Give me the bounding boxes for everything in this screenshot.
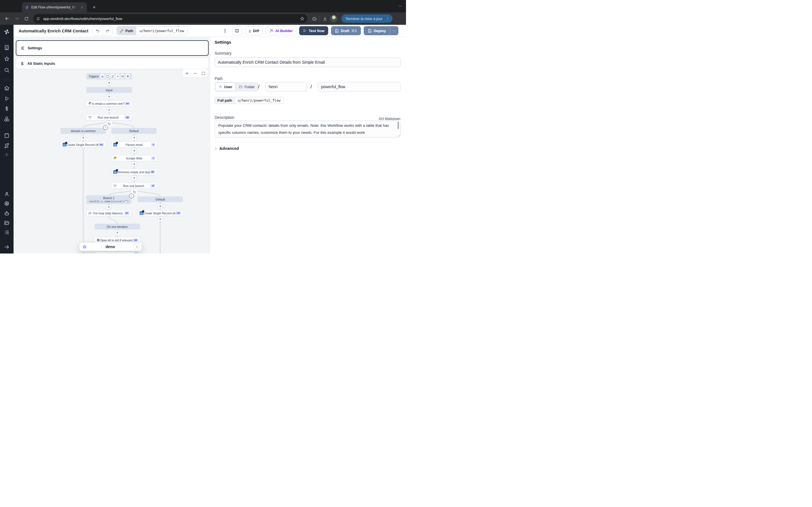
browser-tab[interactable]: Edit Flow u/henri/powerful_flo	[22, 2, 87, 12]
settings-pane: Settings Summary Path User Folder / / Fu…	[210, 37, 406, 253]
new-tab-button[interactable]: +	[91, 4, 98, 11]
sidebar-expand-icon[interactable]	[4, 244, 10, 250]
diff-button[interactable]: ±Diff	[245, 26, 263, 35]
owner-user-tab[interactable]: User	[215, 82, 236, 91]
sidebar-item-home[interactable]	[4, 86, 10, 91]
schedule-trigger-icon[interactable]	[105, 74, 109, 78]
sidebar-item-workspace[interactable]	[4, 45, 10, 50]
sidebar-item-logs[interactable]	[4, 230, 10, 235]
flow-node-input[interactable]: Input	[86, 87, 132, 93]
add-step-button[interactable]: +	[81, 135, 86, 140]
add-step-button[interactable]: +	[158, 204, 163, 209]
add-step-button[interactable]: +	[107, 108, 112, 113]
sidebar-item-workers[interactable]	[4, 211, 10, 216]
tab-close-icon[interactable]	[80, 5, 84, 10]
test-flow-button[interactable]: Test flow	[299, 26, 328, 35]
flow-branch-default-2[interactable]: Default	[138, 196, 183, 202]
flow-node-openai-relevance[interactable]: Open AI to tell if relevant result ae	[94, 237, 140, 243]
textarea-resize-handle[interactable]	[397, 134, 400, 136]
add-step-button[interactable]: +	[115, 230, 120, 235]
more-options-icon[interactable]: ⋮	[223, 28, 229, 34]
advanced-toggle[interactable]: Advanced	[214, 146, 239, 151]
sidebar-item-variables[interactable]	[4, 106, 10, 112]
chevron-right-icon	[214, 147, 218, 151]
add-step-button[interactable]: +	[107, 80, 112, 86]
path-badge[interactable]: Path u/henri/powerful_flow	[117, 26, 188, 35]
flow-branch-domain-is-common[interactable]: domain is common	[61, 128, 106, 134]
textarea-scrollbar[interactable]	[398, 122, 399, 129]
bookmark-star-icon[interactable]	[300, 16, 305, 21]
zoom-out-button[interactable]	[192, 70, 199, 76]
draft-button[interactable]: Draft⌘S	[331, 26, 361, 35]
url-bar[interactable]: app.windmill.dev/flows/edit/u/henri/powe…	[33, 14, 307, 23]
flow-node-removes-duplicates[interactable]: TS Removes empty and duplicates ak	[111, 169, 157, 175]
docs-button[interactable]	[232, 26, 242, 35]
forward-button[interactable]	[12, 14, 21, 23]
redo-button[interactable]	[103, 26, 112, 35]
sidebar-item-favorites[interactable]	[4, 56, 10, 62]
sidebar-item-routes[interactable]	[4, 143, 10, 149]
ai-builder-button[interactable]: AI Builder	[266, 26, 296, 35]
flow-node-create-record-an[interactable]: TS Create Single Record (Airtable) an	[138, 210, 183, 216]
step-id-badge: ao	[124, 102, 130, 105]
email-trigger-icon[interactable]	[121, 74, 124, 78]
zoom-in-button[interactable]	[184, 70, 190, 76]
deploy-dropdown-icon[interactable]	[390, 26, 398, 35]
flow-node-create-record-aq[interactable]: TS Create Single Record (Airtable) aq	[61, 142, 106, 148]
flow-node-run-one-branch-2[interactable]: Run one branch al	[111, 183, 157, 189]
flow-node-do-one-iteration[interactable]: Do one iteration	[94, 224, 140, 230]
site-settings-icon[interactable]	[36, 17, 40, 21]
windmill-logo[interactable]	[3, 29, 10, 35]
flow-node-partial[interactable]	[94, 251, 140, 253]
add-step-button[interactable]: +	[106, 205, 111, 210]
sidebar-item-add[interactable]	[4, 152, 10, 158]
add-step-button[interactable]: +	[132, 135, 137, 140]
flow-node-scrape-web[interactable]: Scrape Web c	[111, 155, 157, 161]
add-step-button[interactable]: +	[158, 217, 163, 222]
remove-branch-button[interactable]	[103, 125, 108, 130]
update-button-label: Terminer la mise à jour	[345, 17, 383, 21]
sidebar-item-schedules[interactable]	[4, 133, 10, 138]
flow-node-triggers[interactable]: Triggers	[86, 73, 132, 79]
description-textarea[interactable]: Populate your CRM contacts' details from…	[214, 121, 401, 137]
sidebar-item-search[interactable]	[4, 67, 10, 73]
path-name-input[interactable]	[318, 82, 401, 92]
deploy-button[interactable]: Deploy	[364, 26, 390, 35]
flow-title[interactable]: Automatically Enrich CRM Contact	[18, 29, 89, 33]
popup-close-button[interactable]	[134, 244, 140, 250]
sidebar-item-runs[interactable]	[4, 96, 10, 101]
extensions-icon[interactable]	[312, 16, 317, 21]
undo-button[interactable]	[93, 26, 103, 35]
reload-button[interactable]	[22, 14, 31, 23]
profile-avatar[interactable]	[330, 15, 338, 22]
step-id-badge: aq	[98, 143, 104, 147]
flow-node-is-email-common[interactable]: Is email a common one? ao	[86, 101, 132, 107]
flow-node-parses-email[interactable]: TS Parses email a	[111, 142, 157, 148]
path-owner-input[interactable]	[265, 82, 307, 92]
sidebar-item-resources[interactable]	[4, 116, 10, 122]
back-button[interactable]	[3, 14, 11, 23]
route-trigger-icon[interactable]	[110, 74, 114, 78]
tab-list-chevron-icon[interactable]	[397, 3, 403, 9]
webhook-trigger-icon[interactable]	[100, 74, 104, 78]
browser-update-button[interactable]: Terminer la mise à jour ⋮	[342, 14, 393, 23]
downloads-icon[interactable]	[322, 16, 327, 21]
flow-node-run-one-branch-1[interactable]: Run one branch ap	[86, 114, 132, 120]
remove-branch-button[interactable]	[129, 193, 134, 198]
add-step-button[interactable]: +	[132, 148, 137, 153]
flow-branch-1[interactable]: Branch 1 results.c.some((x)=>x!="")	[86, 195, 132, 204]
sidebar-item-account[interactable]	[4, 191, 10, 197]
add-step-button[interactable]: +	[132, 175, 137, 180]
browser-menu-icon[interactable]: ⋮	[385, 17, 391, 21]
fit-view-button[interactable]	[200, 70, 207, 76]
sidebar-item-folders[interactable]	[4, 220, 10, 226]
poll-trigger-icon[interactable]	[126, 74, 130, 78]
add-step-button[interactable]: +	[132, 162, 137, 167]
websocket-trigger-icon[interactable]	[116, 74, 119, 78]
summary-input[interactable]	[214, 57, 401, 67]
flow-node-for-loop[interactable]: For loop (skip failures) ac	[86, 210, 132, 216]
owner-folder-tab[interactable]: Folder	[236, 82, 258, 91]
flow-branch-default-1[interactable]: Default	[111, 128, 156, 134]
sidebar-item-settings[interactable]	[4, 201, 10, 207]
add-step-button[interactable]: +	[107, 94, 112, 99]
